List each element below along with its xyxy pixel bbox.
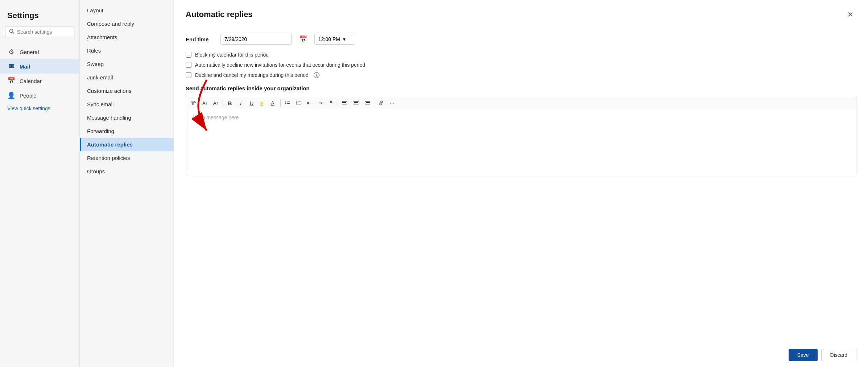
panel-content: Automatic replies ✕ End time 📅 12:00 PM … (174, 0, 868, 343)
menu-item-attachments[interactable]: Attachments (80, 30, 174, 44)
block-calendar-label[interactable]: Block my calendar for this period (195, 52, 269, 58)
menu-item-automatic-replies[interactable]: Automatic replies (80, 138, 174, 151)
save-button[interactable]: Save (789, 349, 818, 361)
underline-button[interactable]: U (247, 99, 257, 108)
format-painter-button[interactable] (189, 99, 199, 107)
sidebar-item-general[interactable]: ⚙ General (0, 45, 79, 59)
menu-item-retention-policies[interactable]: Retention policies (80, 151, 174, 165)
message-editor[interactable]: Add a message here (186, 110, 856, 175)
svg-rect-10 (287, 103, 290, 104)
panel-title: Automatic replies (186, 10, 253, 19)
italic-button[interactable]: I (236, 99, 246, 108)
sidebar-title: Settings (0, 7, 79, 26)
menu-item-layout[interactable]: Layout (80, 4, 174, 17)
menu-item-compose-reply[interactable]: Compose and reply (80, 17, 174, 30)
align-right-button[interactable] (362, 99, 372, 107)
svg-line-1 (13, 32, 14, 34)
svg-rect-17 (342, 104, 347, 104)
middle-panel: Layout Compose and reply Attachments Rul… (80, 0, 174, 367)
sidebar-item-calendar[interactable]: 📅 Calendar (0, 74, 79, 88)
end-date-input[interactable] (220, 34, 292, 45)
svg-text:A: A (271, 100, 274, 106)
decline-cancel-checkbox[interactable] (186, 72, 191, 78)
svg-rect-21 (365, 101, 370, 102)
main-area: Automatic replies ✕ End time 📅 12:00 PM … (174, 0, 868, 367)
toolbar-separator-1 (223, 99, 223, 107)
checkbox-decline-cancel: Decline and cancel my meetings during th… (186, 72, 856, 78)
toolbar-separator-2 (280, 99, 281, 107)
editor-toolbar: A↓ A↑ B I U H A (186, 96, 856, 110)
svg-point-8 (285, 103, 286, 104)
menu-item-groups[interactable]: Groups (80, 165, 174, 178)
calendar-picker-button[interactable]: 📅 (298, 34, 309, 45)
svg-rect-20 (354, 104, 359, 104)
numbering-button[interactable]: 1. 2. (293, 99, 303, 107)
sidebar: Settings ⚙ General ✉ Mail 📅 Calendar 👤 P… (0, 0, 80, 367)
toolbar-separator-4 (374, 99, 374, 107)
svg-rect-23 (365, 104, 370, 104)
svg-rect-16 (342, 102, 346, 103)
menu-item-forwarding[interactable]: Forwarding (80, 124, 174, 138)
svg-rect-14 (298, 104, 301, 104)
font-color-button[interactable]: A (268, 99, 278, 107)
view-quick-settings-link[interactable]: View quick settings (0, 103, 79, 114)
toolbar-separator-3 (338, 99, 338, 107)
increase-indent-button[interactable]: ⇥ (315, 98, 325, 108)
quote-button[interactable]: ❝ (326, 98, 336, 108)
search-input[interactable] (17, 29, 70, 35)
svg-rect-15 (342, 101, 347, 102)
menu-item-message-handling[interactable]: Message handling (80, 111, 174, 124)
highlight-button[interactable]: H (257, 99, 268, 107)
sidebar-item-mail[interactable]: ✉ Mail (0, 59, 79, 74)
menu-item-sweep[interactable]: Sweep (80, 57, 174, 71)
svg-rect-13 (298, 102, 301, 102)
align-center-button[interactable] (351, 99, 361, 107)
close-button[interactable]: ✕ (844, 9, 856, 20)
editor-placeholder: Add a message here (192, 115, 239, 120)
menu-item-sync-email[interactable]: Sync email (80, 98, 174, 111)
svg-point-7 (285, 102, 286, 103)
chevron-down-icon: ▾ (343, 36, 346, 42)
menu-item-customize-actions[interactable]: Customize actions (80, 84, 174, 98)
link-button[interactable] (376, 99, 386, 107)
bold-button[interactable]: B (225, 99, 235, 108)
discard-button[interactable]: Discard (821, 349, 856, 361)
block-calendar-checkbox[interactable] (186, 52, 191, 58)
svg-text:2.: 2. (296, 103, 298, 105)
svg-rect-22 (366, 102, 370, 103)
checkbox-block-calendar: Block my calendar for this period (186, 52, 856, 58)
people-icon: 👤 (7, 91, 15, 99)
time-dropdown[interactable]: 12:00 PM ▾ (314, 34, 354, 45)
info-icon[interactable]: i (314, 72, 319, 78)
section-title: Send automatic replies inside your organ… (186, 85, 856, 91)
more-options-button[interactable]: ··· (387, 99, 397, 108)
decline-cancel-label[interactable]: Decline and cancel my meetings during th… (195, 72, 309, 78)
svg-rect-18 (354, 101, 359, 102)
mail-icon: ✉ (7, 62, 15, 70)
svg-rect-4 (260, 105, 263, 106)
svg-rect-9 (287, 102, 290, 102)
sidebar-item-people[interactable]: 👤 People (0, 88, 79, 103)
font-size-decrease-button[interactable]: A↓ (200, 99, 210, 107)
decrease-indent-button[interactable]: ⇤ (304, 98, 314, 108)
menu-item-junk-email[interactable]: Junk email (80, 71, 174, 84)
bullets-button[interactable] (282, 99, 293, 107)
panel-header: Automatic replies ✕ (186, 9, 856, 25)
decline-invitations-label[interactable]: Automatically decline new invitations fo… (195, 62, 365, 68)
font-size-increase-button[interactable]: A↑ (211, 99, 221, 107)
panel-footer: Save Discard (174, 343, 868, 367)
align-left-button[interactable] (340, 99, 350, 107)
end-time-label: End time (186, 36, 215, 42)
decline-invitations-checkbox[interactable] (186, 62, 191, 68)
search-icon (9, 29, 14, 35)
gear-icon: ⚙ (7, 48, 15, 56)
search-box[interactable] (5, 26, 74, 37)
svg-rect-19 (354, 102, 358, 103)
menu-item-rules[interactable]: Rules (80, 44, 174, 57)
checkbox-decline-invitations: Automatically decline new invitations fo… (186, 62, 856, 68)
svg-rect-6 (271, 105, 274, 106)
calendar-icon: 📅 (7, 77, 15, 85)
end-time-row: End time 📅 12:00 PM ▾ (186, 34, 856, 45)
